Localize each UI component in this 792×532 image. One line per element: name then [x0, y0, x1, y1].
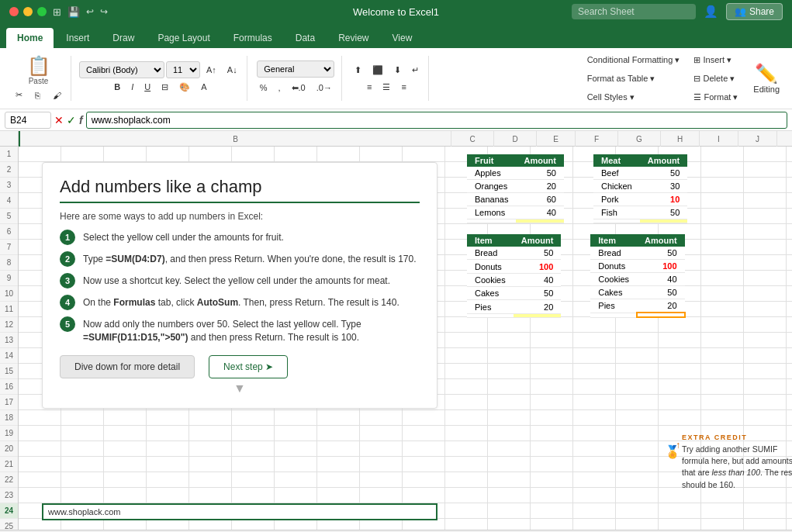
formula-input[interactable]: [86, 112, 787, 129]
editing-label: Editing: [753, 85, 780, 94]
tab-pagelayout[interactable]: Page Layout: [147, 28, 220, 48]
format-button[interactable]: ☰ Format ▾: [689, 88, 742, 105]
meat-table: Meat Amount Beef 50 Chicken 30: [593, 154, 687, 223]
number-format-select[interactable]: General: [257, 60, 334, 78]
spreadsheet-area: B C D E F G H I J 1 2 3 4 5 6 7 8 9 10 1…: [0, 131, 792, 530]
align-center-button[interactable]: ☰: [378, 78, 395, 95]
row-num-12: 12: [0, 317, 18, 333]
underline-button[interactable]: U: [140, 78, 155, 95]
font-family-select[interactable]: Calibri (Body): [79, 61, 164, 78]
account-icon[interactable]: 👤: [704, 5, 718, 19]
insert-function-icon[interactable]: f: [79, 114, 83, 126]
toolbar-icon-box: ⊞: [53, 6, 61, 18]
toolbar-icon-save[interactable]: 💾: [67, 6, 80, 18]
tab-data[interactable]: Data: [285, 28, 326, 48]
col-header-g: G: [618, 131, 661, 147]
dive-detail-button[interactable]: Dive down for more detail: [60, 355, 195, 378]
wrap-text-button[interactable]: ↵: [407, 61, 424, 78]
align-middle-button[interactable]: ⬛: [368, 61, 388, 78]
format-painter-button[interactable]: 🖌: [48, 87, 66, 104]
row-num-2: 2: [0, 162, 18, 178]
share-button[interactable]: 👥 Share: [726, 3, 783, 20]
step-badge-3: 3: [60, 273, 75, 288]
tab-view[interactable]: View: [382, 28, 424, 48]
table-row: Pork 10: [593, 193, 687, 206]
step-badge-1: 1: [60, 230, 75, 245]
row-num-9: 9: [0, 271, 18, 286]
decrease-decimal-button[interactable]: ⬅.0: [287, 79, 310, 96]
percent-button[interactable]: %: [255, 79, 272, 96]
title-bar-left: ⊞ 💾 ↩ ↪: [9, 6, 108, 18]
ribbon-tabs: Home Insert Draw Page Layout Formulas Da…: [0, 23, 792, 48]
row-num-7: 7: [0, 240, 18, 255]
table-row: Bananas 60: [467, 193, 564, 206]
cancel-formula-icon[interactable]: ✕: [54, 114, 64, 126]
fruit-col-header: Fruit: [467, 154, 516, 167]
toolbar-icon-undo[interactable]: ↩: [86, 6, 94, 17]
row-num-17: 17: [0, 395, 18, 410]
amount-col-header-fruit: Amount: [516, 154, 564, 167]
fill-color-button[interactable]: 🎨: [175, 78, 195, 95]
copy-button[interactable]: ⎘: [30, 87, 45, 104]
maximize-button[interactable]: [37, 7, 47, 16]
conditional-formatting-button[interactable]: Conditional Formatting ▾: [583, 51, 685, 68]
items2-table: Item Amount Bread 50 Donuts 100: [590, 234, 685, 318]
cell-reference-input[interactable]: [5, 112, 51, 129]
title-bar: ⊞ 💾 ↩ ↪ Welcome to Excel1 👤 👥 Share: [0, 0, 792, 23]
increase-decimal-button[interactable]: .0→: [312, 79, 337, 96]
align-top-button[interactable]: ⬆: [350, 61, 366, 78]
tab-draw[interactable]: Draw: [102, 28, 145, 48]
cells-area[interactable]: Add numbers like a champ Here are some w…: [19, 147, 792, 530]
align-bottom-button[interactable]: ⬇: [389, 61, 406, 78]
minimize-button[interactable]: [23, 7, 33, 16]
row-num-25: 25: [0, 519, 18, 530]
font-group: Calibri (Body) 11 A↑ A↓ B I U ⊟ 🎨 A: [74, 56, 247, 101]
alignment-group: ⬆ ⬛ ⬇ ↵ ≡ ☰ ≡: [345, 56, 429, 101]
comma-button[interactable]: ,: [273, 79, 285, 96]
font-color-button[interactable]: A: [196, 78, 211, 95]
row-num-8: 8: [0, 255, 18, 271]
row-num-18: 18: [0, 410, 18, 426]
row-num-16: 16: [0, 379, 18, 395]
align-right-button[interactable]: ≡: [396, 78, 410, 95]
traffic-lights: [9, 7, 47, 16]
cut-button[interactable]: ✂: [11, 87, 27, 104]
ribbon-content: 📋 Paste ✂ ⎘ 🖌 Calibri (Body) 11 A↑ A↓ B …: [0, 48, 792, 109]
col-header-e: E: [537, 131, 576, 147]
increase-font-size-button[interactable]: A↑: [202, 61, 221, 78]
border-button[interactable]: ⊟: [157, 78, 173, 95]
col-header-c: C: [451, 131, 494, 147]
step-1: 1 Select the yellow cell under the amoun…: [60, 230, 420, 245]
tab-insert[interactable]: Insert: [55, 28, 100, 48]
column-headers: B C D E F G H I J: [0, 131, 792, 147]
row-num-11: 11: [0, 302, 18, 317]
delete-button[interactable]: ⊟ Delete ▾: [689, 70, 742, 87]
amount-col-header-items2: Amount: [637, 234, 685, 247]
toolbar-icon-redo[interactable]: ↪: [100, 6, 108, 17]
step-4: 4 On the Formulas tab, click AutoSum. Th…: [60, 295, 420, 310]
italic-button[interactable]: I: [126, 78, 138, 95]
tutorial-divider: [60, 202, 420, 203]
paste-button[interactable]: 📋 Paste: [22, 54, 55, 87]
row-num-6: 6: [0, 224, 18, 240]
tab-home[interactable]: Home: [6, 28, 54, 48]
confirm-formula-icon[interactable]: ✓: [67, 114, 76, 126]
next-step-button[interactable]: Next step ➤: [209, 355, 288, 378]
extra-credit-box: 🏅 ↑ EXTRA CREDIT Try adding another SUMI…: [682, 434, 792, 491]
amount-col-header-items1: Amount: [514, 234, 562, 247]
table-row: [590, 313, 684, 317]
down-arrow: ▼: [60, 382, 420, 396]
cell-styles-button[interactable]: Cell Styles ▾: [583, 88, 685, 105]
font-size-select[interactable]: 11: [166, 61, 200, 78]
search-input[interactable]: [572, 4, 696, 19]
decrease-font-size-button[interactable]: A↓: [223, 61, 242, 78]
close-button[interactable]: [9, 7, 19, 16]
insert-button[interactable]: ⊞ Insert ▾: [689, 51, 742, 68]
step-desc-1: Select the yellow cell under the amounts…: [83, 230, 284, 244]
tab-review[interactable]: Review: [327, 28, 379, 48]
tab-formulas[interactable]: Formulas: [223, 28, 283, 48]
active-cell-b24[interactable]: www.shoplack.com: [42, 503, 438, 520]
format-as-table-button[interactable]: Format as Table ▾: [583, 70, 685, 87]
bold-button[interactable]: B: [109, 78, 125, 95]
align-left-button[interactable]: ≡: [362, 78, 376, 95]
